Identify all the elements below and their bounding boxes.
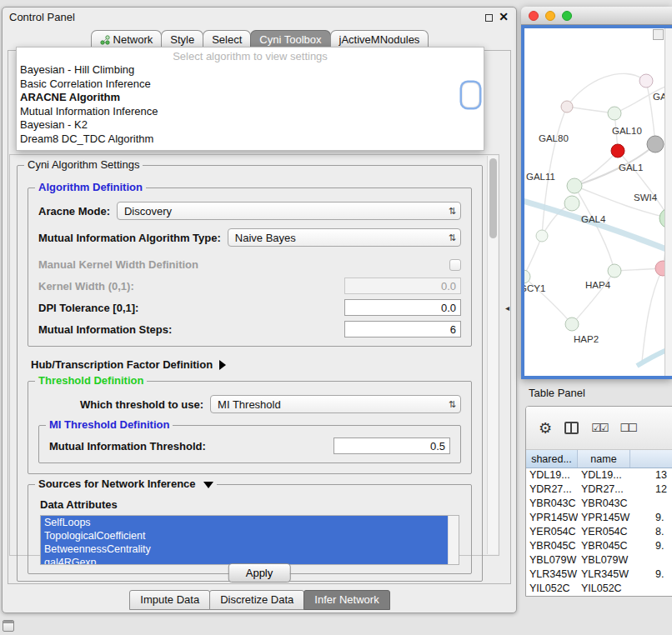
data-attributes-list[interactable]: SelfLoopsTopologicalCoefficientBetweenne…	[40, 515, 459, 565]
table-row[interactable]: YBR043CYBR043C	[526, 497, 672, 511]
algorithm-dropdown-list: Bayesian - Hill ClimbingBasic Correlatio…	[17, 63, 484, 146]
node-label: HAP4	[585, 280, 611, 290]
table-cell: YIL052C	[578, 582, 630, 596]
table-row[interactable]: YBR045CYBR045C9.	[526, 539, 672, 553]
birdseye-button[interactable]	[653, 29, 664, 40]
apply-button[interactable]: Apply	[228, 563, 291, 582]
settings-scrollpane: Cyni Algorithm Settings Algorithm Defini…	[9, 154, 499, 556]
table-row[interactable]: YPR145WYPR145W9.	[526, 511, 672, 525]
minimized-panel-icon[interactable]	[3, 620, 14, 632]
table-cell: YBR043C	[526, 497, 578, 511]
combo-value: Naive Bayes	[235, 232, 449, 244]
network-node[interactable]	[565, 318, 579, 331]
sources-title-label: Sources for Network Inference	[38, 478, 196, 490]
aracne-mode-select[interactable]: Discovery ⇅	[117, 202, 461, 220]
table-row[interactable]: YDR27...YDR27...12	[526, 482, 672, 497]
node-label: GAL4	[581, 214, 606, 224]
node-label: SWI4	[634, 192, 658, 202]
table-cell: 9.	[630, 511, 672, 525]
gear-icon[interactable]: ⚙	[539, 421, 552, 436]
deselect-all-checkboxes-icon[interactable]: ☐☐	[619, 422, 635, 433]
algorithm-option[interactable]: Bayesian - Hill Climbing	[17, 63, 484, 78]
mi-type-label: Mutual Information Algorithm Type:	[38, 232, 221, 244]
network-node[interactable]	[608, 107, 621, 120]
network-node[interactable]	[608, 264, 621, 278]
network-vertical-scrollbar[interactable]	[664, 28, 672, 376]
algorithm-option[interactable]: Basic Correlation Inference	[17, 78, 484, 92]
dpi-tolerance-input[interactable]: 0.0	[344, 299, 461, 316]
algorithm-definition-group: Algorithm Definition Aracne Mode: Discov…	[28, 188, 472, 347]
control-panel-titlebar: Control Panel ✕	[3, 8, 516, 28]
table-body: YDL19...YDL19...13YDR27...YDR27...12YBR0…	[526, 468, 672, 596]
network-node[interactable]	[561, 101, 573, 112]
algorithm-option[interactable]: Mutual Information Inference	[17, 105, 484, 119]
bottom-tabs: Impute Data Discretize Data Infer Networ…	[3, 590, 516, 610]
hub-definition-toggle[interactable]: Hub/Transcription Factor Definition	[31, 358, 474, 371]
network-canvas[interactable]: GALGAL80GAL10GAL1GAL11SWI4GAL4GCY1HAP4HA…	[524, 28, 672, 376]
table-cell: YDR27...	[578, 482, 630, 497]
table-cell: 12	[630, 482, 672, 497]
table-row[interactable]: YLR345WYLR345W9.	[526, 568, 672, 582]
table-row[interactable]: YIL052CYIL052C	[526, 582, 672, 596]
column-header-name[interactable]: name	[578, 450, 630, 468]
table-row[interactable]: YBL079WYBL079W	[526, 553, 672, 568]
group-title: Cyni Algorithm Settings	[24, 158, 143, 171]
network-canvas-svg[interactable]: GALGAL80GAL10GAL1GAL11SWI4GAL4GCY1HAP4HA…	[524, 28, 665, 376]
table-cell: YER054C	[578, 525, 630, 539]
close-traffic-light-icon[interactable]	[529, 11, 539, 21]
table-cell: YLR345W	[578, 568, 630, 582]
network-frame: GALGAL80GAL10GAL1GAL11SWI4GAL4GCY1HAP4HA…	[521, 25, 672, 379]
mi-threshold-input[interactable]: 0.5	[333, 438, 450, 454]
table-cell	[630, 582, 672, 596]
close-icon[interactable]: ✕	[499, 10, 509, 23]
network-node[interactable]	[567, 178, 582, 193]
data-attribute-item[interactable]: SelfLoops	[41, 516, 448, 529]
network-node[interactable]	[611, 144, 624, 158]
table-cell: 9.	[630, 568, 672, 582]
tab-infer-network[interactable]: Infer Network	[303, 590, 389, 610]
algorithm-option[interactable]: Dream8 DC_TDC Algorithm	[17, 132, 484, 147]
tab-impute-data[interactable]: Impute Data	[129, 590, 210, 610]
network-node[interactable]	[647, 136, 664, 152]
network-node[interactable]	[564, 196, 579, 211]
threshold-type-select[interactable]: MI Threshold ⇅	[210, 395, 461, 413]
desktop: Control Panel ✕ Network Style Select	[0, 0, 672, 635]
select-all-checkboxes-icon[interactable]: ☑☑	[591, 422, 607, 433]
tab-discretize-data[interactable]: Discretize Data	[209, 590, 304, 610]
splitter-collapse-arrow[interactable]: ◂	[505, 303, 509, 312]
data-attribute-item[interactable]: TopologicalCoefficient	[41, 529, 448, 542]
table-cell: YLR345W	[526, 568, 578, 582]
table-row[interactable]: YDL19...YDL19...13	[526, 468, 672, 482]
control-panel-window: Control Panel ✕ Network Style Select	[2, 7, 517, 613]
combo-value: Discovery	[124, 205, 449, 218]
network-window-titlebar[interactable]	[521, 7, 672, 25]
scrollbar-thumb[interactable]	[489, 158, 497, 238]
float-window-icon[interactable]	[485, 14, 493, 22]
zoom-traffic-light-icon[interactable]	[562, 11, 572, 21]
combo-arrows-icon: ⇅	[449, 207, 456, 216]
column-header-shared-name[interactable]: shared...	[526, 450, 578, 468]
network-node[interactable]	[536, 230, 548, 242]
cyni-algorithm-settings-group: Cyni Algorithm Settings Algorithm Defini…	[17, 165, 483, 582]
threshold-definition-group: Threshold Definition Which threshold to …	[28, 381, 472, 474]
sources-group-title[interactable]: Sources for Network Inference	[35, 478, 217, 490]
minimize-traffic-light-icon[interactable]	[545, 11, 555, 21]
combo-value: MI Threshold	[218, 398, 449, 411]
algorithm-option[interactable]: ARACNE Algorithm	[17, 91, 484, 105]
network-node[interactable]	[639, 74, 653, 88]
table-header: shared... name	[526, 450, 672, 468]
tab-label: Select	[212, 33, 242, 46]
mi-threshold-label: Mutual Information Threshold:	[49, 440, 206, 452]
table-cell: YDL19...	[578, 468, 630, 482]
mi-steps-input[interactable]: 6	[344, 321, 461, 338]
table-row[interactable]: YER054CYER054C8.	[526, 525, 672, 539]
list-scrollbar[interactable]	[448, 516, 459, 564]
algorithm-option[interactable]: Bayesian - K2	[17, 118, 484, 132]
algorithm-placeholder-option[interactable]: Select algorithm to view settings	[17, 49, 484, 63]
data-attribute-item[interactable]: BetweennessCentrality	[41, 542, 448, 556]
mi-algorithm-type-select[interactable]: Naive Bayes ⇅	[228, 228, 461, 247]
column-header-extra[interactable]	[630, 450, 672, 468]
table-cell	[630, 497, 672, 511]
column-browser-icon[interactable]	[564, 422, 579, 434]
settings-scrollbar[interactable]	[487, 156, 498, 554]
